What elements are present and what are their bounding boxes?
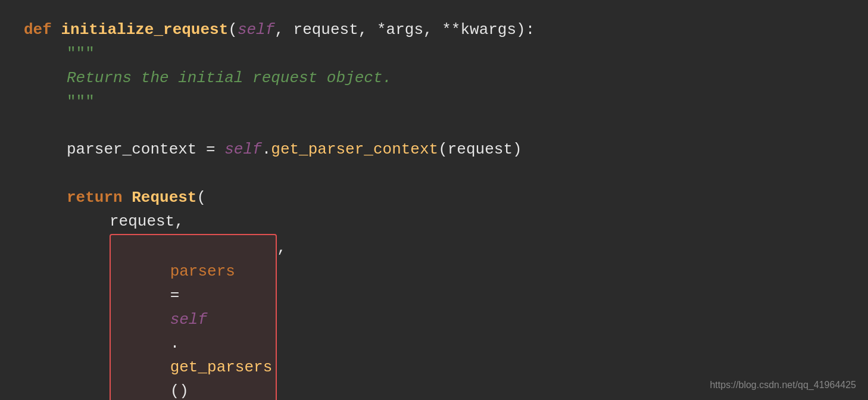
code-line-6: parser_context = self . get_parser_conte…	[24, 138, 844, 161]
param-self: self	[238, 18, 274, 42]
watermark: https://blog.csdn.net/qq_41964425	[710, 378, 856, 393]
kwarg-parsers: parsers	[170, 262, 235, 280]
param-kwargs: kwargs	[460, 18, 516, 42]
code-container: def initialize_request ( self , request …	[0, 0, 868, 400]
arg-request: request	[110, 210, 174, 233]
keyword-return: return	[67, 186, 123, 210]
blank-line-1	[24, 114, 844, 138]
docstring-text: Returns the initial request object.	[67, 66, 392, 90]
self-keyword: self	[224, 138, 261, 161]
function-name: initialize_request	[61, 18, 228, 42]
arg-request: request	[448, 138, 513, 161]
keyword-def: def	[24, 18, 52, 42]
self-keyword: self	[170, 311, 207, 329]
code-line-3: Returns the initial request object.	[24, 66, 844, 90]
param-args: args	[386, 18, 423, 42]
code-line-10: parsers = self . get_parsers () ,	[24, 234, 844, 400]
method-get-parser-context: get_parser_context	[271, 138, 438, 161]
param-request: request	[294, 18, 358, 42]
docstring-open: """	[67, 42, 95, 65]
code-line-8: return Request (	[24, 186, 844, 210]
blank-line-2	[24, 162, 844, 186]
method-get-parsers: get_parsers	[170, 358, 273, 376]
var-parser-context: parser_context	[67, 138, 196, 161]
highlighted-parsers-line: parsers = self . get_parsers ()	[110, 234, 277, 400]
code-line-4: """	[24, 90, 844, 114]
code-line-2: """	[24, 42, 844, 65]
code-line-1: def initialize_request ( self , request …	[24, 18, 844, 42]
docstring-close: """	[67, 90, 95, 114]
class-request: Request	[132, 186, 196, 210]
code-line-9: request ,	[24, 210, 844, 233]
open-paren: (	[228, 18, 238, 42]
